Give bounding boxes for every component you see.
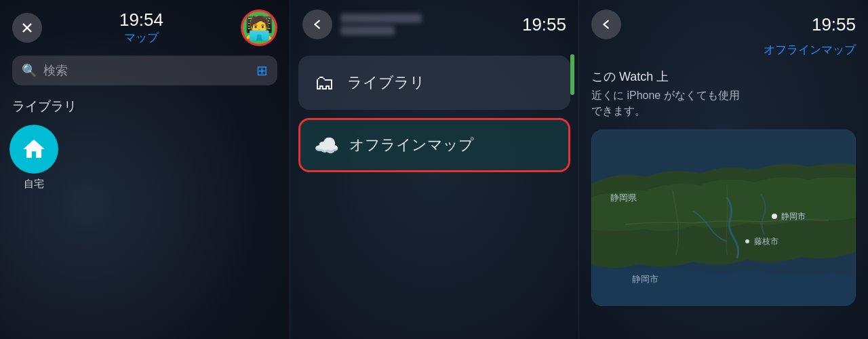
panel-maps-list: 19:55 🗂 ライブラリ ☁️ オフラインマップ xyxy=(290,0,579,339)
back-button-panel3[interactable] xyxy=(591,9,621,39)
shizuoka-city-bottom-label: 静岡市 xyxy=(632,274,658,284)
panel3-time: 19:55 xyxy=(621,15,856,35)
library-label: ライブラリ xyxy=(347,73,425,93)
panel2-blurred-title xyxy=(332,14,522,35)
panel-offline-maps: 19:55 オフラインマップ この Watch 上 近くに iPhone がなく… xyxy=(579,0,868,339)
panel2-header: 19:55 xyxy=(290,0,578,42)
scroll-indicator xyxy=(570,54,574,95)
home-label: 自宅 xyxy=(24,178,44,191)
search-bar[interactable]: 🔍 検索 ⊞ xyxy=(12,56,277,85)
list-item-library[interactable]: 🗂 ライブラリ xyxy=(298,56,570,110)
panel1-time: 19:54 xyxy=(119,10,163,30)
panel3-body: この Watch 上 近くに iPhone がなくても使用できます。 xyxy=(579,62,868,313)
shizuoka-city-label: 静岡市 xyxy=(781,212,806,221)
panel1-title: マップ xyxy=(124,30,159,45)
panel3-title: オフラインマップ xyxy=(764,43,856,56)
panel2-list: 🗂 ライブラリ ☁️ オフラインマップ xyxy=(290,56,578,172)
map-svg: 静岡県 静岡市 藤枝市 静岡市 xyxy=(591,129,856,306)
home-item[interactable]: 自宅 xyxy=(0,121,68,195)
panel-maps-main: 19:54 マップ 🧑‍💻 🔍 検索 ⊞ ライブラリ 自宅 xyxy=(0,0,290,339)
fujieda-dot xyxy=(745,239,749,243)
library-section-label: ライブラリ xyxy=(0,94,290,121)
blurred-bar-2 xyxy=(340,26,395,35)
shizuoka-ken-label: 静岡県 xyxy=(610,193,637,203)
blurred-bar-1 xyxy=(340,14,422,23)
watch-label: この Watch 上 xyxy=(591,68,856,85)
home-icon xyxy=(21,136,47,162)
search-icon: 🔍 xyxy=(22,63,37,78)
panel3-header: 19:55 xyxy=(579,0,868,42)
grid-icon[interactable]: ⊞ xyxy=(256,62,268,79)
panel1-header: 19:54 マップ 🧑‍💻 xyxy=(0,0,290,49)
user-avatar[interactable]: 🧑‍💻 xyxy=(241,9,277,46)
search-placeholder-text: 検索 xyxy=(43,62,250,79)
map-preview: 静岡県 静岡市 藤枝市 静岡市 xyxy=(591,129,856,306)
panel2-time: 19:55 xyxy=(522,15,566,35)
library-icon: 🗂 xyxy=(312,71,336,94)
back-button-panel2[interactable] xyxy=(302,9,332,39)
panel1-time-title: 19:54 マップ xyxy=(42,10,241,45)
fujieda-label: 藤枝市 xyxy=(754,237,778,246)
offline-cloud-icon: ☁️ xyxy=(314,134,338,157)
close-button[interactable] xyxy=(12,13,42,43)
home-icon-circle xyxy=(9,125,58,174)
list-item-offline-maps[interactable]: ☁️ オフラインマップ xyxy=(298,118,570,172)
watch-desc: 近くに iPhone がなくても使用できます。 xyxy=(591,87,856,119)
offline-maps-label: オフラインマップ xyxy=(349,135,474,155)
shizuoka-city-dot xyxy=(772,214,777,219)
